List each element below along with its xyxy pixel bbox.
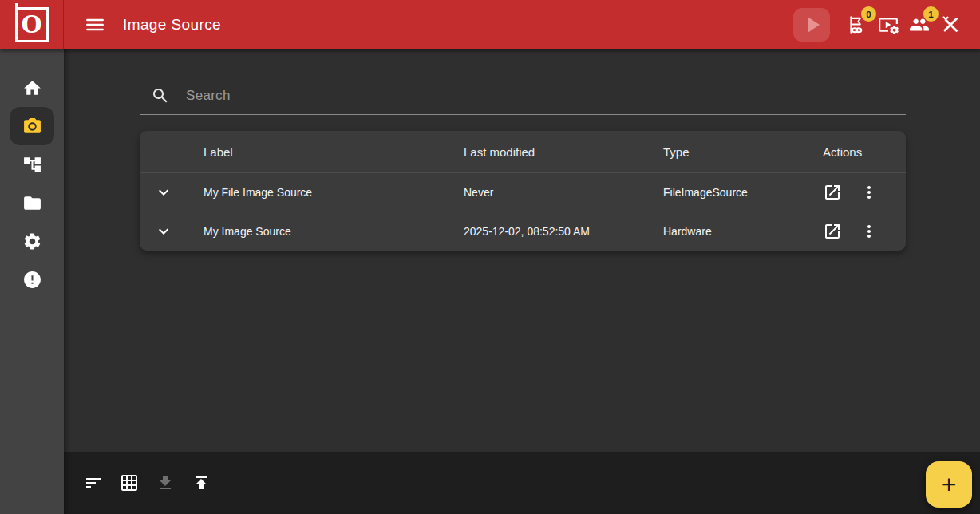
sidebar-item-files[interactable] [10, 184, 54, 222]
image-source-table: Label Last modified Type Actions My File… [140, 131, 906, 251]
hamburger-icon [85, 14, 105, 35]
search-bar [140, 77, 906, 115]
logo-frame-icon: O [15, 7, 49, 42]
row-label: My File Image Source [204, 186, 464, 199]
upload-icon [192, 473, 211, 492]
column-header-actions: Actions [823, 145, 906, 159]
download-icon [156, 473, 175, 492]
grid-view-button[interactable] [120, 473, 139, 492]
page-title: Image Source [123, 16, 221, 34]
row-type: FileImageSource [663, 186, 823, 199]
row-last-modified: 2025-12-02, 08:52:50 AM [464, 225, 663, 238]
open-in-new-icon [823, 222, 842, 241]
expand-row-button[interactable] [140, 183, 204, 202]
row-actions [823, 222, 906, 241]
chevron-down-icon [154, 183, 173, 202]
download-button[interactable] [156, 473, 175, 492]
users-badge: 1 [923, 6, 939, 22]
search-input[interactable] [186, 88, 906, 104]
media-settings-button[interactable] [878, 14, 899, 35]
sidebar-nav [0, 49, 64, 514]
main-content: Label Last modified Type Actions My File… [64, 49, 980, 452]
camera-icon [22, 117, 42, 136]
open-source-button[interactable] [823, 183, 842, 202]
add-image-source-button[interactable]: + [926, 461, 972, 508]
upload-button[interactable] [192, 473, 211, 492]
sidebar-item-image-source[interactable] [10, 107, 54, 145]
crossed-tools-button[interactable] [940, 14, 961, 35]
sort-button[interactable] [84, 473, 103, 492]
table-row[interactable]: My File Image Source Never FileImageSour… [140, 172, 906, 212]
account-tree-icon [22, 155, 42, 175]
play-icon [808, 17, 820, 33]
plus-icon: + [942, 472, 957, 497]
column-header-label: Label [204, 145, 464, 159]
folder-icon [22, 193, 42, 213]
row-menu-button[interactable] [859, 183, 879, 202]
gear-icon [22, 231, 42, 251]
chevron-down-icon [154, 222, 173, 241]
expand-row-button[interactable] [140, 222, 204, 241]
open-in-new-icon [823, 183, 842, 202]
sort-icon [84, 473, 103, 492]
bottom-toolbar [64, 452, 980, 514]
more-vert-icon [859, 222, 879, 241]
row-actions [823, 183, 906, 202]
row-last-modified: Never [464, 186, 663, 199]
connections-button[interactable]: 0 [847, 14, 867, 35]
grid-icon [120, 473, 139, 492]
logo-letter: O [21, 13, 41, 37]
connections-badge: 0 [861, 6, 876, 22]
sidebar-item-settings[interactable] [10, 222, 54, 260]
media-settings-icon [878, 14, 899, 35]
app-logo: O [0, 0, 64, 49]
start-button[interactable] [793, 8, 830, 42]
home-icon [22, 78, 42, 98]
app-window: O Image Source 0 [0, 0, 980, 514]
sidebar-item-home[interactable] [10, 69, 54, 107]
table-row[interactable]: My Image Source 2025-12-02, 08:52:50 AM … [140, 212, 906, 251]
row-label: My Image Source [204, 225, 464, 238]
row-type: Hardware [663, 225, 823, 238]
top-app-bar: O Image Source 0 [0, 0, 980, 49]
topbar-actions: 0 1 [793, 8, 980, 42]
crossed-tools-icon [940, 14, 961, 35]
sidebar-item-alerts[interactable] [10, 260, 54, 299]
search-icon [151, 86, 170, 105]
column-header-type: Type [663, 145, 823, 159]
menu-button[interactable] [85, 14, 105, 35]
error-icon [22, 270, 42, 290]
table-header: Label Last modified Type Actions [140, 131, 906, 172]
column-header-last-modified: Last modified [464, 145, 663, 159]
row-menu-button[interactable] [859, 222, 879, 241]
more-vert-icon [859, 183, 879, 202]
sidebar-item-tree[interactable] [10, 145, 54, 184]
users-button[interactable]: 1 [909, 14, 930, 35]
open-source-button[interactable] [823, 222, 842, 241]
